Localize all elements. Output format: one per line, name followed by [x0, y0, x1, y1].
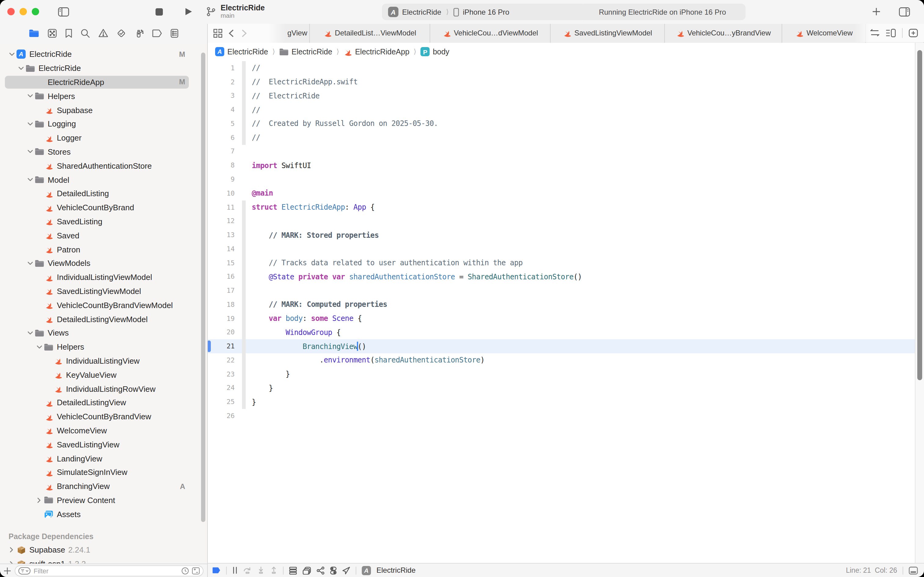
- run-button[interactable]: [180, 4, 197, 20]
- project-navigator-icon[interactable]: [29, 29, 39, 37]
- breadcrumb-item-electricride[interactable]: ElectricRide: [279, 48, 332, 56]
- sidebar-item-supabase[interactable]: Supabase: [0, 103, 207, 117]
- source-control-icon[interactable]: [48, 28, 57, 38]
- code-line-24[interactable]: 24 }: [207, 381, 915, 395]
- line-col-indicator[interactable]: Line: 21 Col: 26: [846, 567, 897, 574]
- sidebar-item-helpers[interactable]: Helpers: [0, 340, 207, 354]
- code-line-14[interactable]: 14: [207, 242, 915, 256]
- filter-input[interactable]: Filter: [14, 565, 203, 576]
- sidebar-item-preview-content[interactable]: Preview Content: [0, 493, 207, 507]
- code-line-18[interactable]: 18 // MARK: Computed properties: [207, 298, 915, 312]
- sidebar-item-savedlisting[interactable]: SavedListing: [0, 214, 207, 229]
- sidebar-item-individuallistingrowview[interactable]: IndividualListingRowView: [0, 382, 207, 396]
- code-line-4[interactable]: 4//: [207, 103, 915, 117]
- add-editor-split-icon[interactable]: [909, 28, 918, 37]
- code-line-23[interactable]: 23 }: [207, 367, 915, 381]
- toggle-right-sidebar-icon[interactable]: [896, 4, 913, 20]
- chevron-right-icon[interactable]: [35, 498, 43, 503]
- environment-overrides-icon[interactable]: [330, 566, 337, 574]
- code-line-7[interactable]: 7: [207, 145, 915, 159]
- code-line-1[interactable]: 1//: [207, 61, 915, 75]
- code-line-12[interactable]: 12: [207, 214, 915, 228]
- code-line-15[interactable]: 15 // Tracks data related to user authen…: [207, 256, 915, 270]
- close-window-button[interactable]: [7, 8, 14, 16]
- search-icon[interactable]: [80, 28, 90, 38]
- sidebar-item-helpers[interactable]: Helpers: [0, 89, 207, 103]
- chevron-down-icon[interactable]: [35, 345, 43, 349]
- editor-tab-vehiclecouybrandview[interactable]: VehicleCou…yBrandView: [665, 24, 782, 42]
- breadcrumb-item-body[interactable]: Pbody: [420, 47, 449, 56]
- minimize-window-button[interactable]: [19, 8, 27, 16]
- code-line-3[interactable]: 3// ElectricRide: [207, 89, 915, 103]
- sidebar-item-welcomeview[interactable]: WelcomeView: [0, 424, 207, 438]
- source-control-filter-icon[interactable]: [192, 567, 200, 574]
- go-back-icon[interactable]: [229, 29, 234, 37]
- sidebar-item-detailedlisting[interactable]: DetailedListing: [0, 187, 207, 201]
- breadcrumb-item-electricrideapp[interactable]: ElectricRideApp: [343, 48, 409, 56]
- toggle-left-sidebar-icon[interactable]: [55, 4, 72, 20]
- code-line-17[interactable]: 17: [207, 284, 915, 298]
- sidebar-item-individuallistingviewmodel[interactable]: IndividualListingViewModel: [0, 271, 207, 285]
- chevron-down-icon[interactable]: [26, 122, 34, 126]
- step-out-icon[interactable]: [270, 567, 277, 574]
- code-line-20[interactable]: 20 WindowGroup {: [207, 326, 915, 340]
- breakpoints-icon[interactable]: [152, 29, 162, 37]
- chevron-right-icon[interactable]: [7, 547, 16, 553]
- step-into-icon[interactable]: [257, 567, 265, 574]
- sidebar-item-model[interactable]: Model: [0, 172, 207, 187]
- sidebar-item-savedlistingview[interactable]: SavedListingView: [0, 438, 207, 452]
- code-line-8[interactable]: 8import SwiftUI: [207, 159, 915, 172]
- sidebar-item-views[interactable]: Views: [0, 326, 207, 340]
- sidebar-item-sharedauthenticationstore[interactable]: SharedAuthenticationStore: [0, 159, 207, 173]
- source-editor[interactable]: 1//2// ElectricRideApp.swift3// Electric…: [207, 61, 915, 564]
- step-over-icon[interactable]: [243, 567, 252, 574]
- chevron-down-icon[interactable]: [16, 66, 25, 70]
- simulate-location-icon[interactable]: [342, 566, 350, 574]
- sidebar-item-electricride[interactable]: AElectricRideM: [0, 47, 207, 61]
- sidebar-item-stores[interactable]: Stores: [0, 145, 207, 159]
- code-line-2[interactable]: 2// ElectricRideApp.swift: [207, 75, 915, 89]
- activity-status[interactable]: Running ElectricRide on iPhone 16 Pro: [580, 4, 745, 20]
- code-line-26[interactable]: 26: [207, 409, 915, 423]
- sidebar-item-assets[interactable]: Assets: [0, 507, 207, 521]
- sidebar-item-detailedlistingview[interactable]: DetailedListingView: [0, 396, 207, 410]
- stop-button[interactable]: [150, 4, 167, 20]
- code-line-9[interactable]: 9: [207, 172, 915, 187]
- swap-editor-icon[interactable]: [870, 29, 879, 37]
- scheme-project-label[interactable]: ElectricRide: [402, 8, 441, 16]
- editor-tab-welcomeview[interactable]: WelcomeView: [782, 24, 866, 42]
- sidebar-item-landingview[interactable]: LandingView: [0, 451, 207, 466]
- sidebar-item-viewmodels[interactable]: ViewModels: [0, 256, 207, 271]
- breakpoints-toggle-icon[interactable]: [212, 567, 221, 574]
- code-line-16[interactable]: 16 @State private var sharedAuthenticati…: [207, 270, 915, 284]
- pause-icon[interactable]: [232, 567, 238, 574]
- sidebar-scrollbar[interactable]: [201, 52, 205, 522]
- scheme-selector[interactable]: A ElectricRide ⟩ iPhone 16 Pro: [382, 4, 586, 20]
- related-items-icon[interactable]: [213, 28, 222, 38]
- code-line-6[interactable]: 6//: [207, 131, 915, 145]
- code-line-11[interactable]: 11struct ElectricRideApp: App {: [207, 200, 915, 214]
- zoom-window-button[interactable]: [32, 8, 39, 16]
- editor-options-icon[interactable]: [885, 28, 896, 37]
- sidebar-item-vehiclecountbybrandview[interactable]: VehicleCountByBrandView: [0, 409, 207, 424]
- package-item-supabase[interactable]: Supabase2.24.1: [0, 543, 207, 557]
- sidebar-item-vehiclecountbybrand[interactable]: VehicleCountByBrand: [0, 201, 207, 215]
- code-line-5[interactable]: 5// Created by Russell Gordon on 2025-05…: [207, 117, 915, 131]
- recent-files-clock-icon[interactable]: [182, 567, 189, 574]
- editor-tab-detailedlistviewmodel[interactable]: DetailedList…ViewModel: [310, 24, 430, 42]
- sidebar-item-saved[interactable]: Saved: [0, 229, 207, 243]
- chevron-down-icon[interactable]: [26, 150, 34, 154]
- chevron-down-icon[interactable]: [26, 94, 34, 98]
- code-line-10[interactable]: 10@main: [207, 187, 915, 200]
- sidebar-item-simulatesigninview[interactable]: SimulateSignInView: [0, 466, 207, 480]
- chevron-down-icon[interactable]: [26, 331, 34, 335]
- chevron-down-icon[interactable]: [26, 262, 34, 265]
- sidebar-item-logging[interactable]: Logging: [0, 117, 207, 131]
- editor-scrollbar-track[interactable]: [914, 43, 924, 564]
- sidebar-item-logger[interactable]: Logger: [0, 131, 207, 145]
- reports-icon[interactable]: [171, 28, 179, 38]
- code-line-21[interactable]: 21 BranchingView(): [207, 340, 915, 354]
- add-file-icon[interactable]: [4, 567, 11, 574]
- tests-icon[interactable]: [117, 28, 126, 38]
- editor-scrollbar-thumb[interactable]: [917, 50, 922, 380]
